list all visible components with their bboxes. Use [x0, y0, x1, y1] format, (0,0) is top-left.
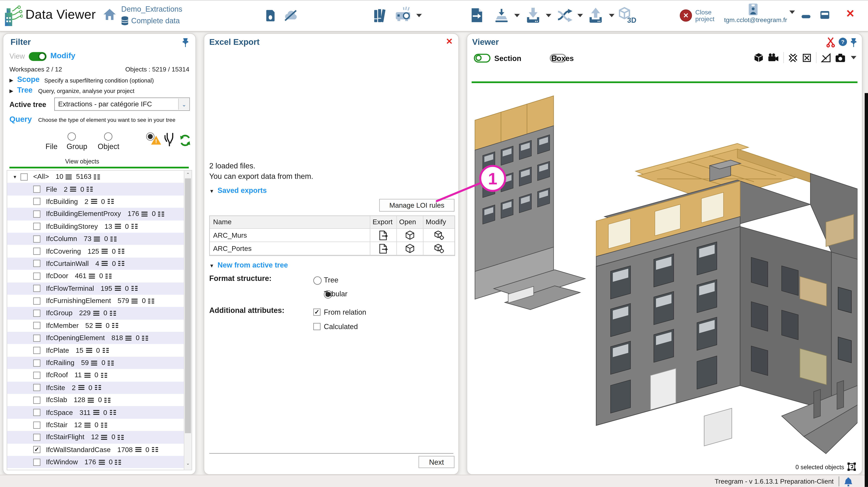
- upload-icon[interactable]: [589, 7, 602, 24]
- tree-row[interactable]: IfcBuildingElementProxy1760: [7, 208, 184, 220]
- tree-row[interactable]: ▼<All>105163: [7, 171, 184, 183]
- row-checkbox[interactable]: [33, 210, 40, 218]
- new-from-tree-triangle[interactable]: ▼: [209, 263, 214, 269]
- tree-row[interactable]: IfcStair120: [7, 419, 184, 431]
- window-minimize-button[interactable]: [802, 15, 810, 18]
- box-display-icon[interactable]: [754, 52, 764, 63]
- next-button[interactable]: Next: [418, 456, 454, 468]
- tree-row[interactable]: IfcCurtainWall40: [7, 257, 184, 270]
- excel-close-icon[interactable]: ✕: [446, 36, 453, 47]
- scope-expand-triangle[interactable]: ▶: [9, 78, 13, 83]
- row-checkbox[interactable]: [33, 359, 40, 366]
- projector-dropdown-caret[interactable]: [416, 14, 422, 17]
- collapse-view-icon[interactable]: [788, 53, 798, 62]
- user-email[interactable]: tgm.cclot@treegram.fr: [724, 17, 787, 23]
- tree-row[interactable]: IfcOpeningElement8180: [7, 332, 184, 344]
- tree-row[interactable]: IfcDoor4610: [7, 270, 184, 282]
- open-action-cell[interactable]: [397, 242, 424, 255]
- measure-icon[interactable]: [821, 53, 831, 62]
- download-icon[interactable]: [527, 7, 540, 24]
- row-checkbox[interactable]: [33, 198, 40, 205]
- scroll-down-arrow[interactable]: ⌄: [184, 461, 191, 466]
- row-checkbox[interactable]: [33, 185, 40, 193]
- row-checkbox[interactable]: [21, 173, 28, 180]
- tree-row[interactable]: IfcFurnishingElement5790: [7, 295, 184, 307]
- tree-row[interactable]: IfcMember520: [7, 319, 184, 332]
- from-relation-checkbox[interactable]: ✓: [313, 309, 320, 316]
- saved-exports-link[interactable]: Saved exports: [218, 186, 267, 195]
- row-checkbox[interactable]: [33, 434, 40, 441]
- tree-structure-icon[interactable]: [164, 133, 175, 147]
- new-from-tree-link[interactable]: New from active tree: [218, 261, 288, 269]
- pin-icon[interactable]: [182, 38, 189, 47]
- close-project-icon[interactable]: ✕: [680, 9, 692, 22]
- boxes-toggle-label[interactable]: Boxes: [551, 54, 574, 63]
- tree-row[interactable]: IfcBuildingStorey130: [7, 220, 184, 233]
- import-file-icon[interactable]: [471, 8, 483, 23]
- viewer-pin-icon[interactable]: [850, 38, 857, 47]
- row-checkbox[interactable]: [33, 297, 40, 305]
- view-modify-toggle[interactable]: [29, 52, 46, 61]
- radio-group[interactable]: [104, 133, 112, 141]
- tree-scrollbar[interactable]: ⌃ ⌄: [184, 171, 191, 469]
- notifications-bell-icon[interactable]: [844, 477, 852, 486]
- calculated-label[interactable]: Calculated: [324, 322, 358, 331]
- window-close-button[interactable]: ✕: [846, 9, 855, 19]
- selection-box-icon[interactable]: [847, 462, 856, 471]
- manage-loi-rules-button[interactable]: Manage LOI rules: [379, 199, 455, 211]
- open-cube-icon[interactable]: [405, 230, 415, 240]
- format-tree-label[interactable]: Tree: [324, 276, 339, 284]
- building-model-viewport[interactable]: [472, 84, 858, 465]
- tree-row[interactable]: IfcRoof110: [7, 369, 184, 381]
- row-checkbox[interactable]: [33, 322, 40, 329]
- tree-row[interactable]: IfcBuilding20: [7, 195, 184, 208]
- row-checkbox[interactable]: [33, 372, 40, 379]
- radio-object-label[interactable]: Object: [95, 142, 122, 151]
- row-checkbox[interactable]: [33, 248, 40, 255]
- open-cube-icon[interactable]: [405, 244, 415, 253]
- exchange-icon[interactable]: [557, 8, 573, 23]
- export-table-row[interactable]: ARC_Murs: [210, 229, 455, 242]
- export-table-row[interactable]: ARC_Portes: [210, 242, 455, 255]
- active-tree-dropdown-arrow[interactable]: ⌄: [178, 98, 189, 110]
- tree-row[interactable]: File20: [7, 183, 184, 195]
- export-action-cell[interactable]: [370, 242, 397, 255]
- row-checkbox[interactable]: [33, 347, 40, 354]
- screenshot-camera-icon[interactable]: [835, 53, 846, 62]
- export-file-icon[interactable]: [378, 230, 389, 240]
- help-icon[interactable]: ?: [839, 38, 847, 46]
- scroll-thumb[interactable]: [185, 178, 191, 433]
- tree-row[interactable]: IfcRailing590: [7, 357, 184, 369]
- calculated-checkbox[interactable]: [313, 323, 320, 330]
- tree-row[interactable]: IfcPlate150: [7, 344, 184, 357]
- tree-row[interactable]: IfcCovering1250: [7, 245, 184, 257]
- row-checkbox[interactable]: [33, 384, 40, 391]
- export-model-caret[interactable]: [514, 14, 520, 17]
- user-menu-caret[interactable]: [789, 10, 795, 14]
- home-icon[interactable]: [103, 8, 116, 21]
- tree-row[interactable]: IfcSite20: [7, 381, 184, 394]
- save-icon[interactable]: [266, 9, 275, 22]
- presentation-projector-icon[interactable]: [395, 6, 413, 24]
- tree-row[interactable]: IfcFlowTerminal1950: [7, 282, 184, 295]
- tree-section-label[interactable]: Tree: [17, 86, 33, 94]
- row-checkbox[interactable]: [33, 421, 40, 428]
- breadcrumb-dataset[interactable]: Complete data: [131, 17, 180, 25]
- row-checkbox[interactable]: [33, 273, 40, 280]
- row-checkbox[interactable]: [33, 235, 40, 242]
- download-caret[interactable]: [546, 14, 551, 17]
- from-relation-label[interactable]: From relation: [324, 308, 366, 316]
- row-checkbox[interactable]: [33, 396, 40, 403]
- radio-file-label[interactable]: File: [38, 142, 65, 151]
- radio-group-label[interactable]: Group: [64, 142, 90, 151]
- saved-exports-triangle[interactable]: ▼: [209, 188, 214, 194]
- tree-row[interactable]: IfcSpace3110: [7, 406, 184, 419]
- format-tree-radio[interactable]: [313, 276, 321, 285]
- export-model-icon[interactable]: [494, 8, 509, 23]
- row-checkbox[interactable]: [33, 223, 40, 230]
- active-tree-select[interactable]: Extractions - par catégorie IFC ⌄: [54, 97, 190, 111]
- tree-row[interactable]: IfcGroup2290: [7, 307, 184, 319]
- tree-row[interactable]: ✓IfcWallStandardCase17080: [7, 443, 184, 456]
- breadcrumb-project[interactable]: Demo_Extractions: [121, 5, 183, 13]
- export-action-cell[interactable]: [370, 229, 397, 242]
